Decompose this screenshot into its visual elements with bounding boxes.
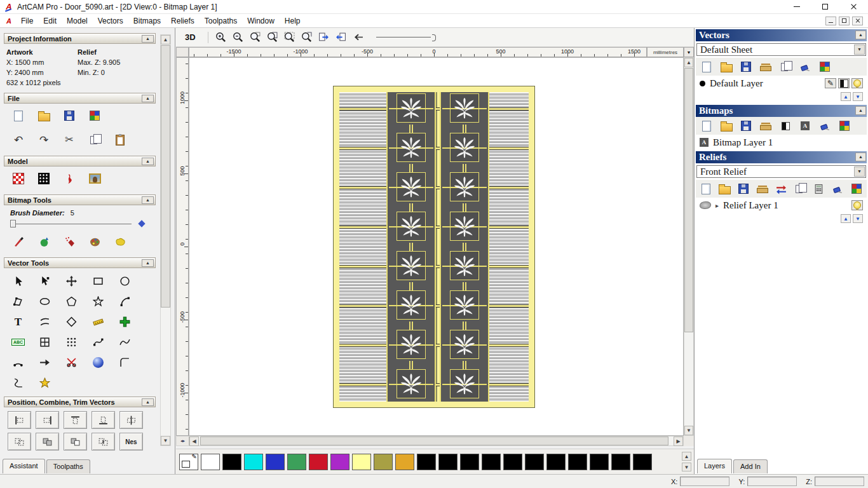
stack-icon[interactable] (759, 60, 773, 74)
load-picture-icon[interactable] (86, 171, 103, 186)
wrap-star-icon[interactable] (32, 372, 58, 393)
shear-vectors-icon[interactable] (32, 311, 58, 332)
palette-swatch-7[interactable] (352, 454, 371, 470)
save-icon[interactable] (737, 182, 750, 196)
combine-union-icon[interactable] (36, 433, 59, 451)
zoom-object-icon[interactable] (247, 30, 263, 44)
open-folder-icon[interactable] (719, 60, 733, 74)
tab-add-in[interactable]: Add In (733, 459, 768, 473)
section-tool-icon[interactable] (5, 372, 31, 393)
scroll-corner-icon[interactable]: ◂▸ (177, 437, 189, 445)
spray-icon[interactable] (61, 234, 78, 249)
save-icon[interactable] (61, 108, 78, 123)
mdi-close-button[interactable] (852, 17, 863, 25)
save-icon[interactable] (739, 60, 753, 74)
previous-view-icon[interactable] (350, 30, 366, 44)
menu-model[interactable]: Model (62, 15, 93, 27)
measure-tool-icon[interactable] (85, 311, 111, 332)
merge-layers-icon[interactable] (850, 182, 864, 196)
palette-swatch-13[interactable] (482, 454, 501, 470)
drawing-viewport[interactable] (189, 57, 684, 436)
open-folder-icon[interactable] (719, 119, 733, 133)
zoom-in-icon[interactable] (213, 30, 229, 44)
palette-swatch-20[interactable] (633, 454, 652, 470)
combine-subtract-icon[interactable] (64, 433, 87, 451)
assistant-scrollbar[interactable]: ▲ ▼ (160, 34, 171, 446)
secondary-colour-swatch[interactable] (182, 461, 190, 468)
merge-layers-icon[interactable] (837, 119, 851, 133)
mdi-restore-button[interactable] (839, 17, 850, 25)
mdi-minimize-button[interactable] (825, 17, 836, 25)
arrow-tool-icon[interactable] (32, 352, 58, 372)
vertical-scrollbar[interactable]: ▲ ▼ (684, 57, 694, 436)
step-next-icon[interactable] (316, 30, 332, 44)
collapse-file-button[interactable]: ▲ (142, 95, 154, 102)
create-diamond-icon[interactable] (58, 311, 85, 332)
palette-swatch-5[interactable] (309, 454, 328, 470)
palette-swatch-14[interactable] (503, 454, 522, 470)
new-document-icon[interactable] (700, 60, 714, 74)
scroll-right-button[interactable]: ▶ (674, 437, 683, 446)
align-left-icon[interactable] (8, 411, 31, 429)
zoom-page-icon[interactable] (264, 30, 280, 44)
new-document-icon[interactable] (10, 108, 27, 123)
collapse-reliefs-button[interactable]: ▲ (855, 152, 866, 161)
menu-reliefs[interactable]: Reliefs (166, 15, 200, 27)
swap-arrows-icon[interactable] (775, 182, 788, 196)
create-ellipse-icon[interactable] (32, 291, 58, 311)
calculator-icon[interactable] (812, 182, 825, 196)
palette-swatch-16[interactable] (546, 454, 566, 470)
create-star-icon[interactable] (85, 291, 111, 311)
palette-scrollbar[interactable]: ▲ ▼ (682, 452, 692, 471)
collapse-vector-tools-button[interactable]: ▲ (142, 259, 154, 267)
colour-palette-icon[interactable] (86, 234, 103, 249)
document-icon[interactable]: A (4, 17, 13, 25)
vertical-scroll-thumb[interactable] (684, 68, 693, 332)
slider-handle[interactable] (10, 220, 16, 227)
flood-fill-icon[interactable] (36, 234, 52, 249)
scroll-up-button[interactable]: ▲ (684, 58, 693, 67)
palette-scroll-down-button[interactable]: ▼ (682, 463, 691, 471)
bitmap-layer-row[interactable]: A Bitmap Layer 1 (695, 135, 868, 150)
maximize-button[interactable] (811, 0, 839, 14)
minimize-button[interactable] (782, 0, 811, 14)
contrast-icon[interactable] (778, 119, 792, 133)
menu-vectors[interactable]: Vectors (93, 15, 128, 27)
move-layer-down-button[interactable]: ▼ (853, 214, 863, 223)
text-on-curve-icon[interactable]: ABC (5, 332, 31, 352)
menu-file[interactable]: File (16, 15, 38, 27)
relief-select[interactable]: Front Relief ▼ (696, 165, 866, 178)
expand-arrow-icon[interactable]: ▸ (715, 202, 719, 209)
zoom-selected-icon[interactable] (299, 30, 315, 44)
door-artwork[interactable] (333, 86, 535, 408)
redo-icon[interactable]: ↷ (36, 132, 52, 147)
menu-window[interactable]: Window (242, 15, 280, 27)
palette-scroll-up-button[interactable]: ▲ (682, 452, 691, 461)
invert-relief-icon[interactable] (36, 171, 52, 186)
palette-swatch-1[interactable] (222, 454, 241, 470)
ruler-units-dropdown-button[interactable]: ▼ (684, 47, 694, 57)
tab-toolpaths[interactable]: Toolpaths (46, 459, 90, 473)
sponge-icon[interactable] (112, 234, 128, 249)
scroll-thumb[interactable] (161, 45, 170, 308)
palette-swatch-18[interactable] (590, 454, 609, 470)
menu-toolpaths[interactable]: Toolpaths (200, 15, 242, 27)
open-folder-icon[interactable] (36, 108, 52, 123)
combine-intersect-icon[interactable] (92, 433, 115, 451)
chevron-down-icon[interactable]: ▼ (854, 44, 865, 55)
edit-pencil-icon[interactable]: ✎ (825, 78, 836, 88)
palette-swatch-19[interactable] (611, 454, 630, 470)
extrude-tool-icon[interactable] (85, 352, 111, 372)
align-right-icon[interactable] (36, 411, 59, 429)
texture-relief-icon[interactable] (10, 171, 27, 186)
tab-assistant[interactable]: Assistant (3, 459, 45, 473)
horizontal-scroll-track[interactable] (199, 437, 674, 445)
align-center-icon[interactable] (119, 411, 143, 429)
delete-layer-icon[interactable] (818, 119, 832, 133)
block-copy-icon[interactable] (58, 332, 85, 352)
node-editing-icon[interactable] (32, 271, 58, 291)
open-folder-icon[interactable] (719, 182, 732, 196)
create-polyline-icon[interactable] (5, 291, 31, 311)
stack-icon[interactable] (759, 119, 773, 133)
horizontal-scrollbar[interactable]: ◂▸ ◀ ▶ (176, 436, 684, 446)
